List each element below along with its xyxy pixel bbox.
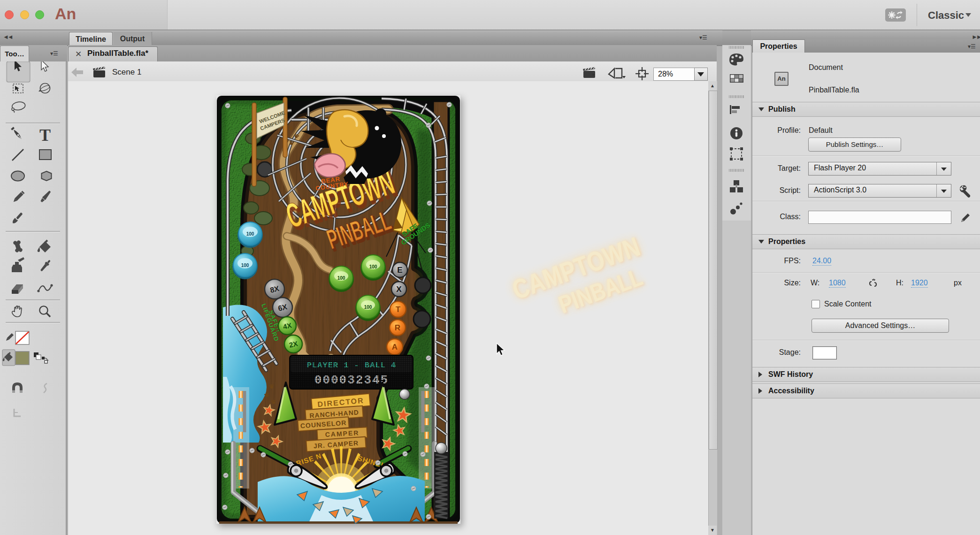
svg-text:100: 100 — [241, 263, 249, 268]
svg-text:100: 100 — [369, 264, 377, 269]
svg-text:A: A — [392, 343, 398, 352]
svg-text:T: T — [396, 305, 401, 314]
svg-text:100: 100 — [364, 305, 372, 310]
svg-text:T: T — [39, 126, 51, 145]
svg-text:E: E — [397, 266, 402, 275]
svg-text:100: 100 — [246, 231, 254, 237]
svg-text:X: X — [396, 285, 402, 294]
svg-text:100: 100 — [337, 275, 345, 281]
svg-text:R: R — [395, 323, 400, 332]
